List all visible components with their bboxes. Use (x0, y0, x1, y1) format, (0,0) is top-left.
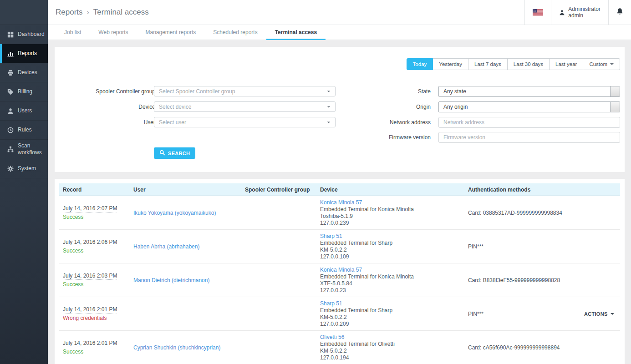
header-right: Administrator admin (524, 0, 631, 25)
range-button-last-7-days[interactable]: Last 7 days (468, 58, 508, 70)
user-link[interactable]: Haben Abrha (abrhahaben) (133, 243, 199, 250)
sidebar-item-devices[interactable]: Devices (0, 63, 48, 82)
tab-job-list[interactable]: Job list (56, 25, 90, 40)
sidebar-item-label: Devices (18, 69, 37, 76)
device-ip-address: 127.0.0.209 (320, 321, 464, 328)
tab-scheduled-reports[interactable]: Scheduled reports (204, 25, 266, 40)
column-header-user[interactable]: User (130, 187, 241, 193)
auth-cell: PIN*** (464, 243, 580, 250)
search-icon (159, 150, 165, 157)
user-icon (559, 10, 565, 15)
user-menu-button[interactable]: Administrator admin (551, 0, 608, 25)
auth-cell: Card: 03885317AD-999999999998834 (464, 210, 580, 216)
notifications-button[interactable] (608, 0, 631, 25)
record-cell: July 14, 2016 2:01 PM Success (59, 340, 130, 355)
date-range-group: Today Yesterday Last 7 days Last 30 days… (407, 58, 620, 70)
breadcrumb: Reports › Terminal access (48, 8, 149, 17)
user-cell: Manon Dietrich (dietrichmanon) (130, 277, 241, 283)
search-button[interactable]: SEARCH (154, 147, 195, 159)
sidebar-item-system[interactable]: System (0, 159, 48, 178)
column-header-record[interactable]: Record (59, 187, 130, 193)
tab-terminal-access[interactable]: Terminal access (266, 25, 326, 40)
range-button-last-year[interactable]: Last year (549, 58, 583, 70)
user-link[interactable]: Ikuko Yokoyama (yokoyamaikuko) (133, 210, 216, 216)
sidebar-item-billing[interactable]: Billing (0, 82, 48, 101)
sidebar-item-label: Users (18, 107, 32, 114)
content-area: Today Yesterday Last 7 days Last 30 days… (48, 40, 631, 364)
range-button-label: Last 7 days (474, 61, 501, 67)
range-button-last-30-days[interactable]: Last 30 days (507, 58, 550, 70)
range-button-custom[interactable]: Custom (583, 58, 620, 70)
filter-input-network-address[interactable] (438, 117, 620, 128)
logo-block (0, 0, 48, 25)
filter-select-device[interactable]: Select device (154, 101, 336, 112)
user-icon (7, 108, 14, 114)
column-header-auth[interactable]: Authentication methods (464, 187, 580, 193)
chevron-down-icon (327, 121, 330, 123)
range-button-label: Today (413, 61, 427, 67)
status-badge: Success (63, 281, 130, 288)
device-link[interactable]: Sharp 51 (320, 300, 464, 307)
table-row: July 14, 2016 2:01 PM Wrong credentials … (59, 297, 620, 331)
device-terminal-type: Embedded Terminal for Konica Minolta (320, 206, 464, 213)
sidebar-item-label: Billing (18, 88, 32, 95)
device-cell: Konica Minola 57 Embedded Terminal for K… (316, 199, 464, 227)
sidebar-item-scan-workflows[interactable]: Scan workflows (0, 140, 48, 159)
record-cell: July 14, 2016 2:01 PM Wrong credentials (59, 306, 130, 321)
range-button-label: Yesterday (439, 61, 462, 67)
actions-dropdown-button[interactable]: ACTIONS (584, 311, 614, 317)
tab-management-reports[interactable]: Management reports (137, 25, 205, 40)
filter-select-origin[interactable]: Any origin (438, 101, 620, 112)
chevron-down-icon (611, 313, 614, 315)
language-flag-button[interactable] (524, 0, 551, 25)
sidebar-item-reports[interactable]: Reports (0, 44, 48, 63)
table-row: July 14, 2016 2:07 PM Success Ikuko Yoko… (59, 196, 620, 230)
breadcrumb-root[interactable]: Reports (56, 8, 83, 17)
status-badge: Wrong credentials (63, 315, 130, 321)
device-link[interactable]: Olivetti 56 (320, 334, 464, 341)
user-name: admin (568, 12, 600, 19)
range-button-today[interactable]: Today (407, 58, 433, 70)
range-button-yesterday[interactable]: Yesterday (433, 58, 468, 70)
filter-label: Spooler Controller group (55, 86, 155, 97)
sidebar-item-label: Rules (18, 126, 32, 133)
sidebar-item-label: Dashboard (18, 31, 45, 38)
status-badge: Success (63, 214, 130, 220)
record-cell: July 14, 2016 2:07 PM Success (59, 205, 130, 220)
column-header-group[interactable]: Spooler Controller group (241, 187, 316, 193)
device-firmware: KM-5.0.2.2 (320, 314, 464, 321)
select-value: Any origin (439, 104, 610, 110)
filter-input-firmware-version[interactable] (438, 132, 620, 143)
breadcrumb-separator-icon: › (87, 8, 89, 16)
device-terminal-type: Embedded Terminal for Sharp (320, 240, 464, 247)
filter-select-state[interactable]: Any state (438, 86, 620, 97)
bar-chart-icon (7, 51, 14, 57)
device-firmware: XTE-5.0.5.84 (320, 280, 464, 287)
device-cell: Olivetti 56 Embedded Terminal for Olivet… (316, 334, 464, 361)
user-link[interactable]: Manon Dietrich (dietrichmanon) (133, 277, 209, 283)
tab-web-reports[interactable]: Web reports (90, 25, 137, 40)
sidebar-item-rules[interactable]: Rules (0, 121, 48, 140)
sidebar-item-dashboard[interactable]: Dashboard (0, 25, 48, 44)
sidebar-item-users[interactable]: Users (0, 101, 48, 121)
device-ip-address: 127.0.0.23 (320, 287, 464, 294)
filter-label: Device (55, 101, 155, 112)
device-link[interactable]: Konica Minola 57 (320, 267, 464, 273)
app-window: Dashboard Reports Devices Billing Users … (0, 0, 631, 364)
clock-icon (7, 127, 14, 133)
device-terminal-type: Embedded Terminal for Olivetti (320, 341, 464, 348)
filter-label: State (331, 86, 431, 97)
device-link[interactable]: Konica Minola 57 (320, 199, 464, 206)
tab-label: Scheduled reports (213, 29, 257, 35)
user-link[interactable]: Cyprian Shuchkin (shuchkincyprian) (133, 344, 220, 351)
column-header-device[interactable]: Device (316, 187, 464, 193)
device-cell: Sharp 51 Embedded Terminal for Sharp KM-… (316, 233, 464, 260)
tag-icon (7, 89, 14, 95)
sidebar-item-label: Scan workflows (18, 142, 44, 156)
reports-tabbar: Job list Web reports Management reports … (48, 25, 631, 40)
select-placeholder: Select Spooler Controller group (159, 88, 327, 95)
filter-select-spooler-controller-group[interactable]: Select Spooler Controller group (154, 86, 336, 96)
device-cell: Konica Minola 57 Embedded Terminal for K… (316, 267, 464, 294)
device-link[interactable]: Sharp 51 (320, 233, 464, 240)
filter-select-user[interactable]: Select user (154, 117, 336, 127)
